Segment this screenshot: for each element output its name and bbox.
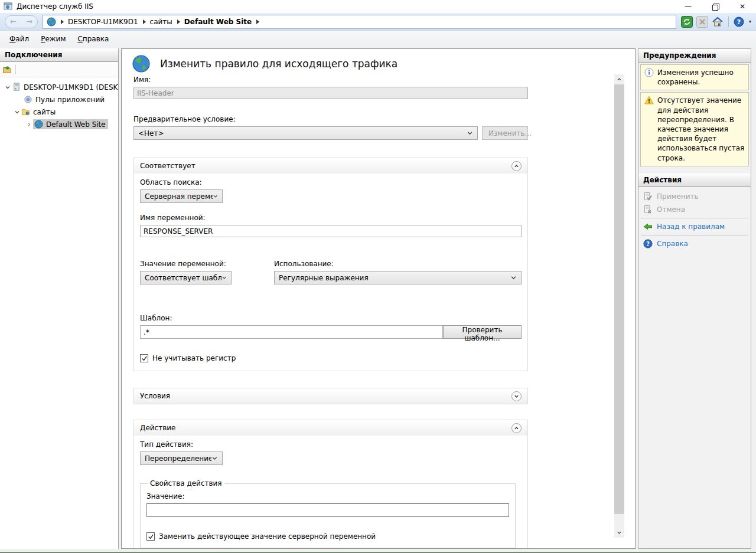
help-dropdown-icon[interactable]: ▾: [749, 19, 751, 24]
scroll-down-icon[interactable]: [614, 528, 624, 538]
tree-item-default-web-site[interactable]: Default Web Site: [0, 118, 118, 130]
test-pattern-button[interactable]: Проверить шаблон...: [443, 325, 522, 339]
scope-label: Область поиска:: [140, 178, 522, 186]
back-icon[interactable]: ←: [10, 18, 17, 25]
variable-value-select[interactable]: Соответствует шаблону: [140, 271, 232, 284]
breadcrumb-item-server[interactable]: DESKTOP-U1MK9D1: [68, 18, 138, 26]
alert-warning: Отсутствует значение для действия переоп…: [640, 92, 749, 166]
window-title: Диспетчер служб IIS: [17, 2, 93, 11]
collapse-icon[interactable]: [511, 161, 522, 171]
globe-icon: [47, 17, 56, 27]
variable-name-input[interactable]: [140, 225, 522, 237]
variable-value-label: Значение переменной:: [140, 260, 274, 268]
home-icon[interactable]: [712, 16, 724, 28]
info-icon: [644, 68, 654, 87]
save-connection-icon[interactable]: [2, 65, 12, 74]
chevron-right-icon[interactable]: [25, 122, 33, 127]
help-icon: ?: [643, 239, 653, 248]
restore-button[interactable]: [702, 0, 729, 13]
chevron-down-icon[interactable]: [13, 109, 21, 115]
back-to-rules-link[interactable]: Назад к правилам: [638, 220, 751, 233]
vertical-scrollbar[interactable]: [614, 74, 624, 538]
breadcrumb-item-sites[interactable]: сайты: [150, 18, 172, 26]
refresh-icon[interactable]: [681, 16, 693, 28]
warning-icon: [644, 96, 654, 162]
toolbar-separator: [728, 17, 729, 27]
feature-header: Изменить правило для исходящего трафика: [122, 49, 635, 74]
help-link[interactable]: ? Справка: [638, 237, 751, 250]
pattern-label: Шаблон:: [140, 314, 522, 322]
actions-list: Применить Отмена Назад к правилам: [638, 187, 751, 253]
scroll-up-icon[interactable]: [614, 74, 624, 84]
precondition-label: Предварительное условие:: [133, 115, 528, 123]
connections-tree: DESKTOP-U1MK9D1 (DESKTOP Пулы приложений…: [0, 77, 118, 549]
replace-value-checkbox[interactable]: [146, 532, 155, 541]
name-input[interactable]: [133, 87, 528, 99]
alert-text: Отсутствует значение для действия переоп…: [657, 96, 745, 162]
menu-bar: Файл Режим Справка: [0, 31, 756, 47]
nav-pill: ← →: [5, 15, 38, 28]
tree-item-label: Default Web Site: [46, 120, 106, 129]
right-panel: Предупреждения Изменения успешно сохране…: [638, 48, 751, 549]
action-type-select[interactable]: Переопределение: [140, 451, 223, 465]
action-value-label: Значение:: [146, 492, 509, 500]
tree-item-label: DESKTOP-U1MK9D1 (DESKTOP: [24, 83, 118, 91]
breadcrumb-item-default-web-site[interactable]: Default Web Site: [184, 18, 252, 26]
chevron-down-icon: [221, 274, 227, 281]
match-section-header[interactable]: Соответствует: [134, 158, 527, 174]
menu-view[interactable]: Режим: [35, 32, 71, 45]
title-bar: Диспетчер служб IIS — ✕: [0, 0, 756, 13]
stop-icon[interactable]: [696, 16, 708, 28]
form-viewport: Имя: Предварительное условие: <Нет> Изме…: [122, 74, 635, 548]
chevron-down-icon: [211, 455, 218, 462]
menu-help[interactable]: Справка: [71, 32, 115, 45]
precondition-select[interactable]: <Нет>: [133, 126, 478, 140]
alert-text: Изменения успешно сохранены.: [657, 68, 745, 87]
server-icon: [12, 83, 21, 91]
actions-header: Действия: [638, 174, 751, 187]
tree-item-app-pools[interactable]: Пулы приложений: [0, 93, 118, 106]
connections-panel: Подключения DESKTOP-U1MK9D1 (DESKTOP Пул…: [0, 48, 119, 549]
action-value-input[interactable]: [146, 503, 509, 517]
breadcrumb-separator-icon: [142, 19, 146, 24]
chevron-down-icon[interactable]: [4, 84, 12, 90]
breadcrumb-separator-icon: [256, 19, 259, 24]
apply-button[interactable]: Применить: [638, 190, 751, 203]
action-properties-group: Свойства действия Значение: Заменить дей…: [140, 479, 516, 548]
action-section: Действие Тип действия: Переопределение С…: [133, 420, 528, 548]
minimize-button[interactable]: —: [674, 0, 702, 13]
tree-item-server[interactable]: DESKTOP-U1MK9D1 (DESKTOP: [0, 81, 118, 93]
breadcrumb-separator-icon: [60, 19, 64, 24]
using-select[interactable]: Регулярные выражения: [274, 271, 522, 284]
alert-info: Изменения успешно сохранены.: [640, 64, 749, 90]
feature-globe-icon: [132, 54, 151, 73]
page-title: Изменить правило для исходящего трафика: [160, 58, 397, 70]
variable-name-label: Имя переменной:: [140, 214, 522, 222]
close-button[interactable]: ✕: [729, 0, 756, 13]
expand-icon[interactable]: [511, 391, 522, 401]
application-pools-icon: [24, 95, 32, 104]
breadcrumb[interactable]: DESKTOP-U1MK9D1 сайты Default Web Site: [43, 15, 676, 29]
cancel-button[interactable]: Отмена: [638, 203, 751, 216]
chevron-down-icon: [213, 193, 218, 199]
pattern-input[interactable]: [140, 325, 443, 339]
conditions-section-header[interactable]: Условия: [134, 388, 527, 404]
tree-item-sites[interactable]: сайты: [0, 106, 118, 118]
app-icon: [4, 2, 13, 11]
svg-text:?: ?: [646, 240, 650, 247]
scope-select[interactable]: Серверная переменн: [140, 189, 223, 203]
sites-folder-icon: [21, 107, 30, 116]
collapse-icon[interactable]: [511, 423, 522, 433]
action-properties-legend: Свойства действия: [148, 479, 224, 487]
warnings-header: Предупреждения: [638, 49, 751, 63]
tree-item-selected[interactable]: Default Web Site: [33, 119, 108, 129]
precondition-edit-button[interactable]: Изменить...: [482, 126, 528, 140]
forward-icon[interactable]: →: [26, 18, 32, 25]
ignore-case-checkbox[interactable]: [140, 354, 148, 362]
scrollbar-thumb[interactable]: [614, 84, 624, 514]
help-icon[interactable]: ?: [734, 17, 744, 27]
globe-icon: [34, 120, 43, 129]
menu-file[interactable]: Файл: [4, 32, 35, 45]
action-section-header[interactable]: Действие: [134, 420, 527, 436]
workspace: Подключения DESKTOP-U1MK9D1 (DESKTOP Пул…: [0, 47, 756, 552]
